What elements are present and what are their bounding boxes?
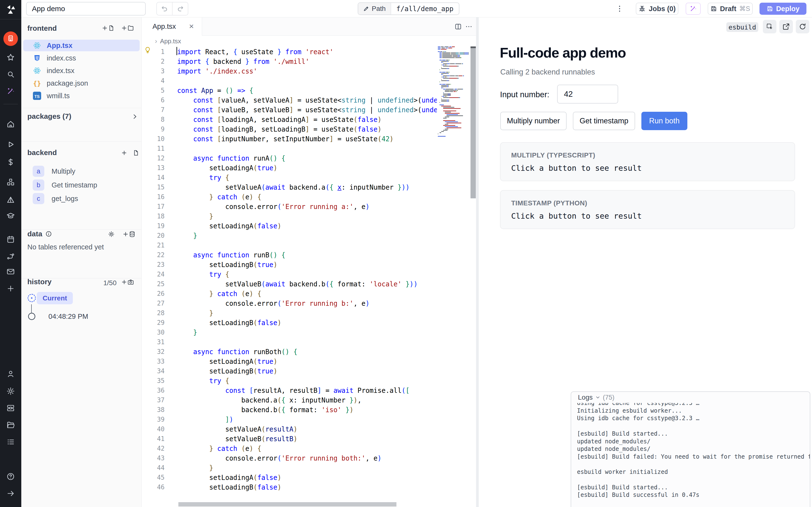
add-folder-button[interactable] [121, 25, 134, 32]
code-line[interactable]: 5const App = () => { [142, 86, 437, 95]
code-line[interactable]: 31 [142, 337, 437, 347]
deploy-button[interactable]: Deploy [759, 3, 806, 15]
rail-item-add[interactable] [0, 281, 21, 296]
history-current-pill[interactable]: Current [37, 292, 73, 304]
jobs-button[interactable]: Jobs (0) [636, 3, 679, 15]
info-icon[interactable] [45, 230, 52, 237]
rail-item-workspace[interactable] [0, 32, 21, 46]
code-line[interactable]: 19 setLoadingA(false) [142, 221, 437, 231]
rail-item-collapse[interactable] [0, 486, 21, 501]
code-line[interactable]: 39 ]) [142, 414, 437, 424]
code-line[interactable]: 37 backend.a({ x: inputNumber }), [142, 395, 437, 405]
code-line[interactable]: 15 setValueA(await backend.a({ x: inputN… [142, 182, 437, 192]
code-line[interactable]: 8 const [loadingA, setLoadingA] = useSta… [142, 115, 437, 124]
code-line[interactable]: 34 setLoadingB(true) [142, 366, 437, 376]
input-number-field[interactable] [557, 84, 618, 104]
packages-section-header[interactable]: packages (7) [28, 112, 71, 120]
code-line[interactable]: 43 console.error('Error running both:', … [142, 453, 437, 463]
rail-item-schedules[interactable] [0, 232, 21, 247]
code-line[interactable]: 42 } catch (e) { [142, 444, 437, 453]
code-line[interactable]: 29 setLoadingB(false) [142, 318, 437, 328]
file-index-tsx[interactable]: index.tsx [23, 65, 140, 76]
rail-item-help[interactable] [0, 469, 21, 484]
code-line[interactable]: 2import { backend } from './wmill' [142, 57, 437, 66]
code-line[interactable]: 6 const [valueA, setValueA] = useState<s… [142, 95, 437, 105]
rail-item-workers[interactable] [0, 401, 21, 415]
code-line[interactable]: 38 backend.b({ format: 'iso' }) [142, 405, 437, 414]
code-line[interactable]: 7 const [valueB, setValueB] = useState<s… [142, 105, 437, 115]
redo-button[interactable] [173, 2, 188, 15]
rail-item-variables[interactable] [0, 155, 21, 169]
code-line[interactable]: 13 setLoadingA(true) [142, 163, 437, 173]
rail-item-audit-logs[interactable] [0, 435, 21, 449]
code-line[interactable]: 11 [142, 144, 437, 153]
code-line[interactable]: 22 async function runB() { [142, 250, 437, 260]
code-line[interactable]: 17 console.error('Error running a:', e) [142, 202, 437, 211]
app-name-input[interactable] [26, 2, 146, 15]
code-line[interactable]: 3import './index.css' [142, 66, 437, 76]
add-runnable-button[interactable] [121, 150, 127, 156]
code-line[interactable]: 41 setValueB(resultB) [142, 434, 437, 444]
code-line[interactable]: 28 } [142, 308, 437, 318]
logs-header[interactable]: Logs (75) [571, 392, 810, 403]
inspect-element-button[interactable] [763, 20, 776, 34]
rail-item-account[interactable] [0, 367, 21, 381]
data-settings-button[interactable] [108, 231, 115, 237]
ai-assistant-button[interactable] [686, 3, 701, 15]
tab-close-icon[interactable]: × [189, 17, 194, 36]
add-table-button[interactable] [122, 231, 136, 237]
code-area[interactable]: 1import React, { useState } from 'react'… [142, 46, 437, 502]
preview-button-run-both[interactable]: Run both [641, 112, 687, 130]
path-edit-button[interactable]: Path [358, 3, 391, 14]
code-line[interactable]: 35 try { [142, 376, 437, 386]
code-line[interactable]: 36 const [resultA, resultB] = await Prom… [142, 386, 437, 395]
code-line[interactable]: 44 } [142, 463, 437, 473]
file-index-css[interactable]: index.css [23, 52, 140, 64]
code-line[interactable]: 14 try { [142, 173, 437, 182]
code-line[interactable]: 25 setValueB(await backend.b({ format: '… [142, 279, 437, 289]
add-snapshot-button[interactable] [121, 279, 134, 285]
file-package-json[interactable]: {}package.json [23, 77, 140, 89]
rail-item-favorites[interactable] [0, 50, 21, 65]
rail-item-search[interactable] [0, 67, 21, 81]
horizontal-scrollbar-thumb[interactable] [178, 502, 396, 507]
code-line[interactable]: 16 } catch (e) { [142, 192, 437, 202]
code-line[interactable]: 33 setLoadingA(true) [142, 356, 437, 366]
rail-item-folders[interactable] [0, 418, 21, 432]
rail-item-inbox[interactable] [0, 264, 21, 279]
rail-item-home[interactable] [0, 117, 21, 131]
code-line[interactable]: 46 setLoadingB(false) [142, 482, 437, 492]
rail-item-runs[interactable] [0, 137, 21, 152]
file-App-tsx[interactable]: App.tsx [23, 40, 140, 51]
rail-item-triggers[interactable] [0, 193, 21, 207]
undo-button[interactable] [157, 2, 173, 15]
minimap[interactable] [437, 46, 470, 502]
backend-runnable-get_logs[interactable]: cget_logs [23, 192, 140, 205]
runnable-file-icon[interactable] [132, 150, 140, 156]
vertical-scrollbar-thumb[interactable] [471, 47, 476, 199]
packages-expand-chevron[interactable] [131, 113, 138, 120]
path-control[interactable]: Path f/all/demo_app [358, 2, 459, 15]
editor-more-icon[interactable] [465, 23, 473, 31]
preview-button-multiply-number[interactable]: Multiply number [500, 112, 566, 130]
code-line[interactable]: 21 [142, 240, 437, 250]
file-wmill-ts[interactable]: TSwmill.ts [23, 90, 140, 102]
code-line[interactable]: 18 } [142, 211, 437, 221]
code-line[interactable]: 40 setValueA(resultA) [142, 424, 437, 434]
backend-runnable-multiply[interactable]: aMultiply [23, 165, 140, 177]
rail-item-flows[interactable] [0, 249, 21, 264]
rail-item-ai-wand[interactable] [0, 84, 21, 99]
code-line[interactable]: 45 setLoadingA(false) [142, 473, 437, 482]
refresh-preview-button[interactable] [796, 20, 809, 34]
preview-button-get-timestamp[interactable]: Get timestamp [573, 112, 635, 130]
open-external-button[interactable] [779, 20, 793, 34]
backend-runnable-get-timestamp[interactable]: bGet timestamp [23, 179, 140, 191]
code-line[interactable]: 32 async function runBoth() { [142, 347, 437, 356]
code-line[interactable]: 26 } catch (e) { [142, 289, 437, 298]
lightbulb-icon[interactable] [144, 47, 151, 54]
save-draft-button[interactable]: Draft⌘S [708, 3, 753, 15]
history-entry-time[interactable]: 04:48:29 PM [48, 313, 88, 320]
code-line[interactable]: 30 } [142, 328, 437, 337]
add-file-button[interactable] [102, 25, 115, 32]
split-editor-icon[interactable] [454, 23, 462, 31]
